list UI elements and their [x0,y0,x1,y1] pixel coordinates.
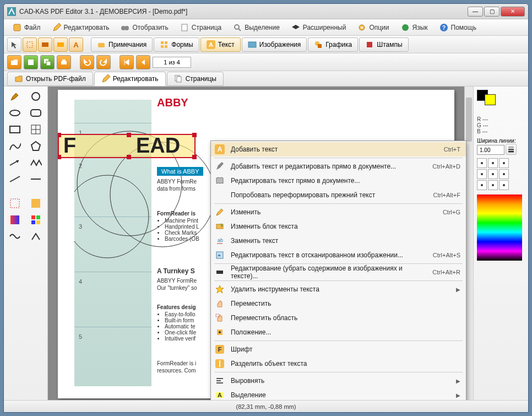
resize-handle[interactable] [58,133,61,137]
subheading-whatis: What is ABBY [157,167,203,176]
resize-handle[interactable] [127,155,131,159]
menu-item[interactable]: Попробовать переформировать прежний текс… [211,188,466,202]
anchor-grid[interactable] [477,158,525,190]
minimize-button[interactable]: — [468,7,483,17]
tool-grid-icon[interactable] [27,123,45,136]
tab-forms[interactable]: Формы [154,37,199,52]
menu-item[interactable]: Добавить текст и редактировать прямо в д… [211,159,466,174]
swatch-background[interactable] [485,94,496,105]
svg-point-35 [10,110,20,116]
tool-line-icon[interactable] [6,172,24,186]
menu-language[interactable]: Язык [395,21,433,34]
svg-point-9 [402,24,409,31]
tool-text-a[interactable]: A [69,37,83,52]
svg-rect-36 [31,110,41,116]
menu-item[interactable]: AВыделение▶ [211,388,466,400]
menu-page[interactable]: Страница [175,21,226,34]
svg-rect-29 [46,61,51,66]
modetab-pages[interactable]: Страницы [167,72,224,86]
tool-curve-icon[interactable] [6,139,24,153]
menu-item[interactable]: Редактировать текст прямо в документе... [211,174,466,188]
tool-rounded-rect-icon[interactable] [27,106,45,120]
svg-rect-13 [42,42,48,47]
tab-stamps[interactable]: Штампы [359,37,408,52]
tool-palette-icon[interactable] [27,213,45,226]
color-spectrum[interactable] [477,195,522,261]
menu-item[interactable]: abЗаменить текст [211,234,466,248]
tool-arrow[interactable] [7,37,21,52]
A-icon: A [214,144,225,155]
heading-abbyy: ABBY [157,96,188,109]
menu-item[interactable]: Выровнять▶ [211,374,466,388]
left-tool-palette [4,87,48,400]
tab-annotations[interactable]: Примечания [91,37,153,52]
modetab-open[interactable]: Открыть PDF-файл [7,72,93,86]
menu-advanced[interactable]: Расширенный [286,21,351,34]
close-button[interactable]: ✕ [501,7,525,17]
menu-options[interactable]: Опции [352,21,394,34]
tool-highlight[interactable] [53,37,68,52]
menu-item[interactable]: AДобавить текстCtrl+T [211,142,466,156]
svg-point-34 [32,93,40,100]
resize-handle[interactable] [192,155,197,159]
tool-text-box[interactable] [38,37,52,52]
menu-edit[interactable]: Редактировать [47,21,115,34]
tool-rect-icon[interactable] [6,123,24,136]
selected-text-box[interactable]: F EAD [58,134,196,158]
menu-item[interactable]: Удалить инструменты текста▶ [211,282,466,296]
menu-help[interactable]: ?Помощь [434,21,481,34]
tool-undo[interactable] [80,55,94,69]
label-linewidth: Ширина линии: [477,138,525,144]
blank-icon [214,190,225,201]
maximize-button[interactable]: ▢ [484,7,500,17]
menu-item[interactable]: FШрифт [211,342,466,356]
tool-marquee2-icon[interactable] [6,197,24,210]
menu-item[interactable]: Изменить блок текста [211,219,466,234]
tab-text[interactable]: AТекст [200,37,241,52]
toolbar-actions [4,53,528,71]
tool-circle-icon[interactable] [27,90,45,103]
resize-handle[interactable] [192,133,197,137]
linewidth-picker-icon[interactable] [506,144,517,155]
scan-icon [214,250,225,261]
tool-redo[interactable] [96,55,111,69]
menu-item[interactable]: Положение... [211,325,466,339]
menu-file[interactable]: Файл [7,21,46,34]
tool-hline-icon[interactable] [27,172,45,186]
tool-wave-icon[interactable] [6,230,24,243]
menu-item[interactable]: Разделить объект текста [211,356,466,371]
nav-first[interactable] [120,55,134,69]
menu-item[interactable]: Переместить [211,296,466,311]
resize-handle[interactable] [127,133,131,137]
tool-print[interactable] [57,55,71,69]
tool-color-rect-icon[interactable] [27,197,45,210]
tool-gradient-icon[interactable] [6,213,24,226]
menu-item[interactable]: ИзменитьCtrl+G [211,205,466,219]
menu-item[interactable]: Редактировать текст в отсканированном из… [211,248,466,262]
input-linewidth[interactable] [477,145,504,155]
page-indicator[interactable] [153,57,191,68]
resize-handle[interactable] [58,155,61,159]
tool-polygon-icon[interactable] [27,139,45,153]
tool-marquee[interactable] [23,37,37,52]
tool-ellipse-icon[interactable] [6,106,24,120]
tool-caret-icon[interactable] [27,230,45,243]
tool-zigzag-icon[interactable] [27,156,45,169]
svg-text:A: A [218,145,222,153]
tool-save-as[interactable] [40,55,55,69]
tool-save[interactable] [24,55,38,69]
tool-brush-icon[interactable] [6,90,24,103]
svg-text:ab: ab [218,237,223,243]
tool-arrow-icon[interactable] [6,156,24,169]
tab-graphics[interactable]: Графика [308,37,358,52]
tab-images[interactable]: Изображения [242,37,307,52]
menu-select[interactable]: Выделение [227,21,285,34]
menu-view[interactable]: Отобразить [115,21,173,34]
menu-item[interactable]: Переместить область [211,311,466,325]
nav-prev[interactable] [136,55,150,69]
tool-open[interactable] [7,55,21,69]
block-icon [214,221,225,232]
scrollbar-thumb[interactable] [466,98,472,142]
menu-item[interactable]: Редактирование (убрать содержимое в изоб… [211,265,466,279]
modetab-edit[interactable]: Редактировать [94,72,166,86]
